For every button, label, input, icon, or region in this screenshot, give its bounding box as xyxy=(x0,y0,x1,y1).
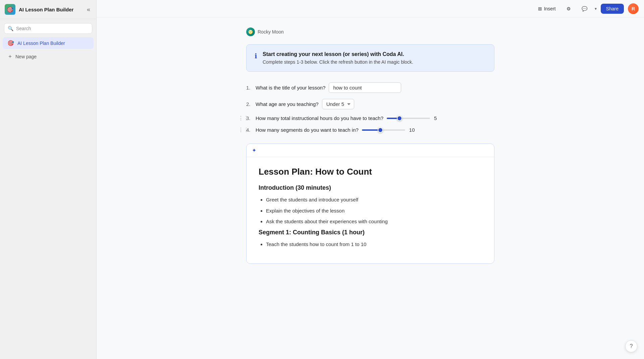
settings-button[interactable]: ⚙ xyxy=(563,4,574,13)
comment-button[interactable]: 💬 xyxy=(578,4,591,13)
page-content: 🌝 Rocky Moon ℹ Start creating your next … xyxy=(233,17,508,284)
main-content: ⊞ Insert ⚙ 💬 ▾ Share R 🌝 Rocky Moon ℹ St… xyxy=(97,0,644,359)
sidebar-header: 🎯 AI Lesson Plan Builder « xyxy=(0,0,96,19)
banner-subtitle: Complete steps 1-3 below. Click the refr… xyxy=(263,59,413,65)
author-name: Rocky Moon xyxy=(258,29,284,35)
section-1-bullets: Greet the students and introduce yoursel… xyxy=(259,196,482,226)
q2-label: What age are you teaching? xyxy=(256,101,319,107)
doc-author: 🌝 Rocky Moon xyxy=(246,27,494,36)
ai-block-content: Lesson Plan: How to Count Introduction (… xyxy=(247,157,494,263)
info-icon: ℹ xyxy=(255,52,257,60)
hours-value: 5 xyxy=(434,115,441,121)
info-banner: ℹ Start creating your next lesson (or se… xyxy=(246,44,494,72)
author-avatar: 🌝 xyxy=(246,27,255,36)
insert-label: Insert xyxy=(544,6,556,11)
share-button[interactable]: Share xyxy=(601,4,624,14)
new-page-label: New page xyxy=(15,54,37,59)
bullet-item: Teach the students how to count from 1 t… xyxy=(266,241,482,248)
segments-slider-container: 10 xyxy=(362,127,416,133)
sparkle-icon: ✦ xyxy=(252,147,256,154)
age-dropdown[interactable]: Under 5 5-7 8-10 11-13 14+ xyxy=(322,99,354,109)
question-row-1: 1. What is the title of your lesson? xyxy=(246,82,494,93)
q4-label: How many segments do you want to teach i… xyxy=(256,127,359,133)
grid-icon: ⊞ xyxy=(538,6,542,11)
bullet-item: Greet the students and introduce yoursel… xyxy=(266,196,482,204)
lesson-plan-title: Lesson Plan: How to Count xyxy=(259,167,482,177)
plus-icon: ＋ xyxy=(7,53,13,60)
questions-section: 1. What is the title of your lesson? 2. … xyxy=(246,82,494,133)
search-placeholder: Search xyxy=(16,26,31,31)
q2-num: 2. xyxy=(246,101,252,107)
sidebar-item-label: AI Lesson Plan Builder xyxy=(17,41,65,46)
segments-value: 10 xyxy=(409,127,416,133)
question-row-2: 2. What age are you teaching? Under 5 5-… xyxy=(246,99,494,109)
app-title: AI Lesson Plan Builder xyxy=(19,7,82,12)
segments-slider[interactable] xyxy=(362,129,405,131)
app-icon: 🎯 xyxy=(5,4,15,15)
ai-block: ✦ Lesson Plan: How to Count Introduction… xyxy=(246,143,494,264)
search-icon: 🔍 xyxy=(8,26,13,31)
ai-block-header: ✦ xyxy=(247,144,494,157)
nav-item-icon: 🎯 xyxy=(7,40,14,46)
help-button[interactable]: ? xyxy=(625,340,637,352)
section-2-heading: Segment 1: Counting Basics (1 hour) xyxy=(259,229,482,236)
row-handle-4[interactable]: ⋮⋮ xyxy=(238,127,249,133)
insert-button[interactable]: ⊞ Insert xyxy=(535,4,559,13)
q1-label: What is the title of your lesson? xyxy=(256,85,325,91)
sidebar: 🎯 AI Lesson Plan Builder « 🔍 Search 🎯 AI… xyxy=(0,0,97,359)
lesson-title-input[interactable] xyxy=(329,82,401,93)
hours-slider-container: 5 xyxy=(387,115,441,121)
comment-icon: 💬 xyxy=(582,6,587,11)
q3-label: How many total instructional hours do yo… xyxy=(256,115,383,121)
question-row-3: ⋮⋮ 3. How many total instructional hours… xyxy=(246,115,494,121)
gear-icon: ⚙ xyxy=(567,6,571,11)
new-page-button[interactable]: ＋ New page xyxy=(3,50,94,63)
bullet-item: Explain the objectives of the lesson xyxy=(266,207,482,215)
sidebar-item-ai-lesson[interactable]: 🎯 AI Lesson Plan Builder xyxy=(3,37,94,49)
topbar: ⊞ Insert ⚙ 💬 ▾ Share R xyxy=(97,0,644,17)
banner-content: Start creating your next lesson (or seri… xyxy=(263,51,413,65)
collapse-sidebar-button[interactable]: « xyxy=(86,5,92,14)
hours-slider[interactable] xyxy=(387,118,430,119)
user-avatar[interactable]: R xyxy=(628,3,639,14)
q1-num: 1. xyxy=(246,85,252,91)
row-handle-3[interactable]: ⋮⋮ xyxy=(238,115,249,121)
search-bar[interactable]: 🔍 Search xyxy=(4,23,92,34)
banner-title: Start creating your next lesson (or seri… xyxy=(263,51,413,57)
bullet-item: Ask the students about their experiences… xyxy=(266,218,482,226)
section-1-heading: Introduction (30 minutes) xyxy=(259,184,482,191)
section-2-bullets: Teach the students how to count from 1 t… xyxy=(259,241,482,248)
question-row-4: ⋮⋮ 4. How many segments do you want to t… xyxy=(246,127,494,133)
caret-down-icon: ▾ xyxy=(595,6,597,11)
